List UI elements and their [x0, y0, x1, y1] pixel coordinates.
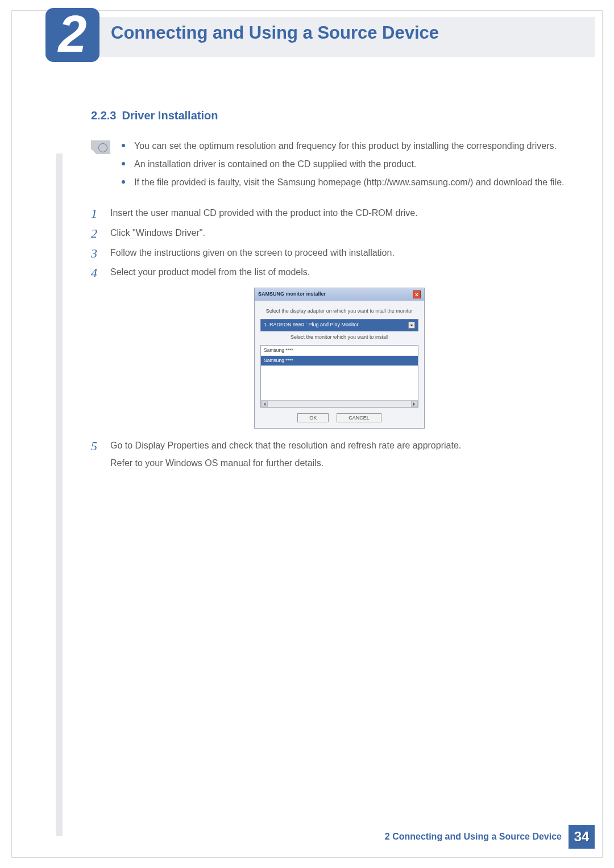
installer-adapter-select[interactable]: 1. RADEON 9550 : Plug and Play Monitor [260, 319, 418, 331]
step-text: Go to Display Properties and check that … [110, 441, 461, 450]
section-number: 2.2.3 [91, 109, 116, 122]
step-number: 1 [91, 204, 97, 223]
cancel-button[interactable]: CANCEL [337, 413, 381, 422]
ok-button[interactable]: OK [297, 413, 329, 422]
chapter-number: 2 [58, 9, 86, 60]
list-item[interactable]: Samsung **** [261, 356, 418, 366]
section-title: Driver Installation [122, 109, 218, 122]
step-number: 2 [91, 224, 97, 243]
step-number: 5 [91, 437, 97, 456]
step-text: Select your product model from the list … [110, 267, 310, 277]
section-heading: 2.2.3Driver Installation [91, 109, 569, 122]
step-number: 3 [91, 244, 97, 263]
list-item[interactable]: Samsung **** [261, 346, 418, 356]
step-text: Follow the instructions given on the scr… [110, 248, 395, 258]
page-footer: 2 Connecting and Using a Source Device 3… [385, 825, 595, 849]
note-item: You can set the optimum resolution and f… [122, 139, 569, 153]
footer-chapter-text: 2 Connecting and Using a Source Device [385, 832, 562, 842]
installer-adapter-label: Select the display adapter on which you … [260, 308, 418, 315]
step-item: 5 Go to Display Properties and check tha… [91, 439, 569, 471]
scroll-right-icon[interactable] [411, 401, 418, 407]
step-text: Click "Windows Driver". [110, 228, 205, 238]
installer-monitor-list[interactable]: Samsung **** Samsung **** [260, 345, 418, 408]
step-item: 2 Click "Windows Driver". [91, 226, 569, 240]
installer-body: Select the display adapter on which you … [255, 301, 424, 428]
step-text-extra: Refer to your Windows OS manual for furt… [110, 456, 569, 471]
scrollbar[interactable] [261, 400, 418, 407]
note-list: You can set the optimum resolution and f… [122, 139, 569, 194]
scroll-left-icon[interactable] [261, 401, 268, 407]
note-item: An installation driver is contained on t… [122, 157, 569, 171]
note-item: If the file provided is faulty, visit th… [122, 176, 569, 189]
installer-title-text: SAMSUNG monitor installer [258, 290, 326, 298]
installer-dialog: SAMSUNG monitor installer × Select the d… [254, 288, 425, 429]
footer-page-number: 34 [569, 825, 595, 849]
close-icon[interactable]: × [413, 290, 421, 298]
note-icon [91, 140, 110, 154]
step-number: 4 [91, 263, 97, 283]
steps-list: 1 Insert the user manual CD provided wit… [91, 206, 569, 471]
step-item: 1 Insert the user manual CD provided wit… [91, 206, 569, 221]
chapter-number-badge: 2 [45, 8, 99, 62]
chevron-down-icon[interactable] [408, 322, 415, 329]
left-margin-stripe [56, 153, 63, 836]
installer-titlebar: SAMSUNG monitor installer × [255, 288, 424, 301]
chapter-title: Connecting and Using a Source Device [111, 23, 439, 43]
installer-adapter-value: 1. RADEON 9550 : Plug and Play Monitor [264, 321, 359, 329]
step-text: Insert the user manual CD provided with … [110, 208, 418, 218]
step-item: 4 Select your product model from the lis… [91, 265, 569, 429]
step-item: 3 Follow the instructions given on the s… [91, 246, 569, 260]
note-block: You can set the optimum resolution and f… [91, 139, 569, 194]
page-content: 2.2.3Driver Installation You can set the… [91, 109, 569, 476]
installer-buttons: OK CANCEL [260, 413, 418, 422]
installer-monitor-label: Select the monitor which you want to ins… [260, 334, 418, 342]
